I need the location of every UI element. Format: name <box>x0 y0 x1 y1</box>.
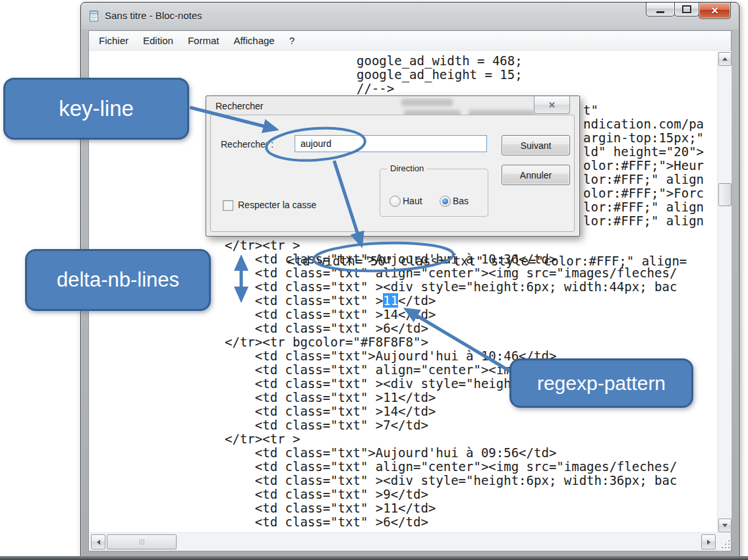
code-line-fragment: argin-top:15px;" <box>583 131 704 145</box>
code-line: <td class="txt" >11</td> <box>225 501 677 515</box>
menu-bar: FichierEditionFormatAffichage? <box>89 31 731 51</box>
code-line: <td class="txt">Aujourd'hui à 09:56</td> <box>225 446 677 460</box>
callout-regexp-pattern: regexp-pattern <box>509 358 693 408</box>
scroll-right-button[interactable] <box>701 534 716 549</box>
callout-label: delta-nb-lines <box>57 268 179 292</box>
code-line: <td class="txt">Aujourd'hui à 10:36</td> <box>225 252 677 266</box>
menu-item[interactable]: Edition <box>136 32 181 49</box>
dialog-title: Rechercher <box>216 101 263 111</box>
thumb-grip <box>142 539 142 545</box>
thumb-grip <box>140 539 140 545</box>
code-line: <td class="txt" ><div style="height:6px;… <box>225 280 677 294</box>
radio-direction-up[interactable] <box>389 196 401 207</box>
thumb-grip <box>144 539 144 545</box>
code-line: <td class="txt" align="center"><img src=… <box>225 266 677 280</box>
dialog-close-button[interactable]: ✕ <box>534 96 570 114</box>
close-icon: ✕ <box>548 100 556 110</box>
radio-down-label: Bas <box>453 196 469 206</box>
arrow-right-icon <box>707 540 710 545</box>
code-line-fragment: lor:#FFF;" align <box>583 173 704 186</box>
code-line: google_ad_height = 15; <box>357 68 523 82</box>
notepad-icon <box>88 10 100 22</box>
code-line-fragment: t" <box>583 103 598 117</box>
scrollbar-corner <box>717 532 731 550</box>
code-line: <td class="txt" >14</td> <box>225 308 677 322</box>
scroll-left-button[interactable] <box>91 534 105 549</box>
code-line: </tr><tr > <box>225 238 677 252</box>
code-line-fragment: olor:#FFF;">Forc <box>583 186 704 200</box>
maximize-icon <box>682 5 691 13</box>
radio-direction-down[interactable] <box>440 196 451 207</box>
close-button[interactable]: ✕ <box>699 3 731 19</box>
menu-item[interactable]: Fichier <box>92 32 136 49</box>
direction-groupbox: Direction Haut Bas <box>380 169 488 217</box>
code-line-fragment: ndication.com/pa <box>583 117 704 131</box>
code-line: <td class="txt" ><div style="height:6px;… <box>225 474 677 488</box>
match-case-checkbox[interactable] <box>223 200 233 211</box>
selected-text: 11 <box>383 293 398 308</box>
minimize-button[interactable] <box>646 3 675 16</box>
callout-label: key-line <box>59 96 134 121</box>
find-input[interactable] <box>295 135 487 152</box>
code-line: <td class="txt" >11</td> <box>225 294 677 308</box>
code-line-fragment: olor:#FFF;">Heur <box>583 159 704 173</box>
screenshot-stage: Sans titre - Bloc-notes ✕ FichierEdition… <box>0 0 748 560</box>
code-line: //--> <box>357 82 523 96</box>
menu-item[interactable]: Format <box>181 32 227 49</box>
code-line-fragment: lor:#FFF;" align <box>583 214 704 228</box>
screen-bottom-edge <box>0 556 748 560</box>
code-line-fragment: lor:#FFF;" align <box>583 200 704 214</box>
arrow-left-icon <box>97 540 100 545</box>
code-line: <td class="txt" align="center"><img src=… <box>225 460 677 474</box>
match-case-label: Respecter la casse <box>238 200 316 210</box>
find-label: Rechercher : <box>221 139 273 150</box>
window-title: Sans titre - Bloc-notes <box>105 10 202 21</box>
horizontal-scroll-thumb[interactable] <box>107 534 177 549</box>
find-next-button[interactable]: Suivant <box>502 135 570 155</box>
menu-item[interactable]: Affichage <box>226 32 281 49</box>
arrow-up-icon <box>722 57 728 61</box>
close-icon: ✕ <box>711 5 719 16</box>
code-line: <td class="txt" >7</td> <box>225 418 677 432</box>
code-line: </tr><tr bgcolor="#F8F8F8"> <box>225 335 677 349</box>
code-block-top: google_ad_width = 468;google_ad_height =… <box>357 54 523 96</box>
vertical-scrollbar[interactable] <box>717 51 732 532</box>
arrow-down-icon <box>722 524 728 527</box>
callout-key-line: key-line <box>3 78 189 140</box>
vertical-scroll-thumb[interactable] <box>718 183 732 206</box>
scroll-down-button[interactable] <box>718 518 732 532</box>
code-line: google_ad_width = 468; <box>357 54 523 68</box>
callout-label: regexp-pattern <box>537 372 666 395</box>
blurred-text <box>401 99 453 106</box>
radio-up-label: Haut <box>403 196 422 206</box>
dialog-title-bar[interactable]: Rechercher ✕ <box>206 96 579 114</box>
horizontal-scrollbar[interactable] <box>90 532 717 551</box>
code-line: <td class="txt" >6</td> <box>225 515 677 529</box>
minimize-icon <box>656 11 664 13</box>
code-line: <td class="txt" >9</td> <box>225 488 677 501</box>
maximize-button[interactable] <box>674 3 699 16</box>
find-dialog: Rechercher ✕ Rechercher : Suivant Annule… <box>206 96 580 237</box>
direction-label: Direction <box>387 163 427 173</box>
code-line: <td class="txt" >6</td> <box>225 322 677 335</box>
scroll-up-button[interactable] <box>718 52 732 66</box>
menu-item[interactable]: ? <box>282 32 302 49</box>
cancel-button[interactable]: Annuler <box>502 165 570 185</box>
callout-delta-nb-lines: delta-nb-lines <box>25 249 211 311</box>
title-bar[interactable]: Sans titre - Bloc-notes ✕ <box>81 3 739 29</box>
resize-grip[interactable] <box>720 539 730 548</box>
code-line-fragment: ld" height="20"> <box>583 145 704 159</box>
code-line: </tr><tr > <box>225 432 677 446</box>
